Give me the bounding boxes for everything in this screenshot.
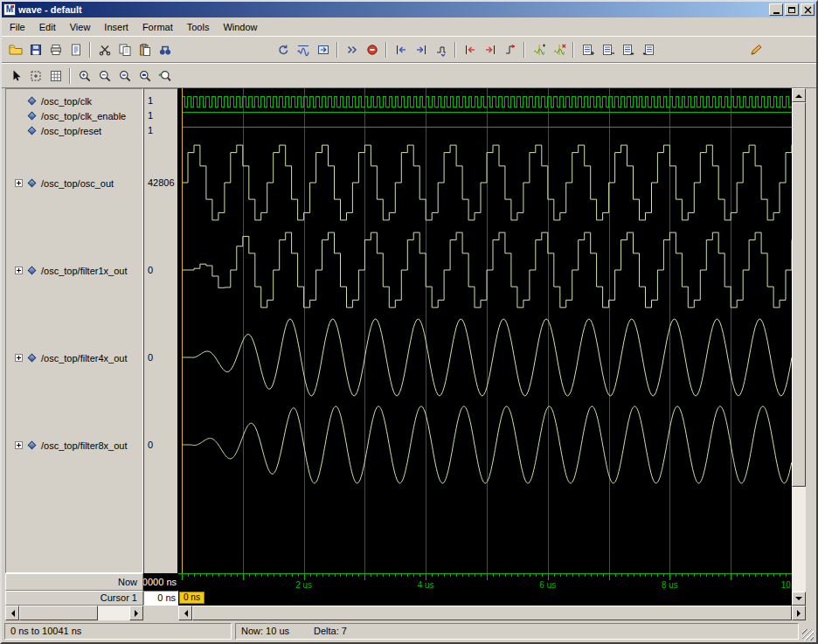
find-event-button[interactable] [431, 40, 451, 59]
scroll-right-button[interactable] [792, 606, 806, 620]
vertical-scroll-thumb[interactable] [792, 102, 806, 487]
find-button[interactable] [155, 40, 175, 59]
find-rising-edge-button[interactable] [500, 40, 520, 59]
write-report-button[interactable] [66, 40, 86, 59]
names-horizontal-scrollbar[interactable] [5, 606, 143, 620]
signal-row[interactable]: /osc_top/filter4x_out [6, 351, 142, 364]
save-format-button[interactable] [25, 40, 45, 59]
signal-row[interactable]: /osc_top/osc_out [6, 177, 142, 190]
horizontal-scroll-thumb[interactable] [19, 606, 98, 620]
close-icon [804, 6, 812, 14]
cursor-label[interactable]: Cursor 1 [5, 591, 143, 606]
scroll-down-button[interactable] [792, 592, 806, 606]
menu-file[interactable]: File [3, 19, 32, 35]
resize-grip[interactable] [802, 629, 814, 641]
floppy-icon [29, 43, 43, 57]
expand-toggle-icon[interactable] [15, 179, 23, 187]
restart-icon [276, 43, 290, 57]
scroll-up-button[interactable] [792, 88, 806, 102]
open-button[interactable] [5, 40, 25, 59]
signal-name[interactable]: /osc_top/reset [41, 126, 101, 136]
signal-row[interactable]: /osc_top/clk_enable [6, 109, 142, 122]
timeline-ticks: 2 us4 us6 us8 us10 us [178, 573, 792, 591]
pan-mode-button[interactable] [45, 66, 66, 86]
scroll-left-button[interactable] [178, 606, 192, 620]
cursor-value: 0 ns [157, 592, 176, 605]
collapse-selected-button[interactable] [638, 40, 658, 59]
close-button[interactable] [801, 3, 815, 16]
paste-button[interactable] [135, 40, 155, 59]
continue-run-button[interactable] [313, 40, 333, 59]
scroll-left-button[interactable] [5, 606, 19, 620]
zoom-cursor-button[interactable] [155, 66, 175, 86]
wave-vertical-scrollbar[interactable] [792, 88, 806, 606]
signal-row[interactable]: /osc_top/filter1x_out [6, 264, 142, 277]
signal-value: 1 [144, 124, 177, 137]
print-button[interactable] [45, 40, 66, 59]
cut-button[interactable] [94, 40, 114, 59]
riseR-icon [503, 43, 517, 57]
menu-edit[interactable]: Edit [32, 19, 63, 35]
wave-display[interactable] [178, 88, 792, 573]
menu-format[interactable]: Format [135, 19, 180, 35]
title-bar[interactable]: wave - default [2, 2, 816, 17]
signal-values-panel[interactable]: 11142806000 [143, 88, 178, 573]
run-button[interactable] [293, 40, 313, 59]
expand-toggle-icon[interactable] [15, 354, 23, 362]
zoom-range-button[interactable] [135, 66, 155, 86]
signal-name[interactable]: /osc_top/filter4x_out [41, 353, 127, 364]
fallR-icon [483, 43, 497, 57]
menu-insert[interactable]: Insert [97, 19, 135, 35]
find-next-edge-button[interactable] [480, 40, 500, 59]
signal-names-panel[interactable]: /osc_top/clk/osc_top/clk_enable/osc_top/… [5, 88, 143, 573]
signal-name[interactable]: /osc_top/filter1x_out [41, 266, 127, 276]
find-next-transition-button[interactable] [411, 40, 431, 59]
cursor-track[interactable]: 0 ns [178, 591, 792, 606]
expand-selected-button[interactable] [618, 40, 638, 59]
menu-tools[interactable]: Tools [180, 19, 217, 35]
scroll-track[interactable] [192, 606, 792, 620]
add-cursor-button[interactable] [529, 40, 549, 59]
signal-name[interactable]: /osc_top/filter8x_out [41, 440, 127, 451]
find-prev-transition-button[interactable] [391, 40, 411, 59]
restart-button[interactable] [273, 40, 293, 59]
scroll-track[interactable] [19, 606, 129, 620]
menu-view[interactable]: View [63, 19, 98, 35]
delete-cursor-button[interactable] [549, 40, 569, 59]
wave-horizontal-scrollbar[interactable] [178, 606, 806, 620]
expand-toggle-icon[interactable] [15, 267, 23, 274]
expand-toggle-icon[interactable] [15, 441, 23, 449]
minimize-button[interactable] [769, 3, 783, 16]
signal-row[interactable]: /osc_top/reset [6, 124, 142, 137]
zoom-in-button[interactable] [74, 66, 94, 86]
select-mode-button[interactable] [5, 66, 25, 86]
menu-window[interactable]: Window [216, 19, 264, 35]
waveform-canvas[interactable] [178, 88, 792, 573]
collapse-all-button[interactable] [598, 40, 618, 59]
cursor-row[interactable]: Cursor 1 0 ns [5, 591, 178, 606]
brk-icon [365, 43, 379, 57]
maximize-button[interactable] [785, 3, 799, 16]
break-button[interactable] [362, 40, 382, 59]
copy-button[interactable] [114, 40, 135, 59]
scroll-right-button[interactable] [129, 606, 143, 620]
find-prev-edge-button[interactable] [460, 40, 480, 59]
zoom-area-mode-button[interactable] [25, 66, 45, 86]
signal-row[interactable]: /osc_top/clk [6, 94, 142, 107]
horizontal-scroll-thumb[interactable] [192, 606, 792, 620]
signal-name[interactable]: /osc_top/clk [41, 96, 92, 107]
zoom-full-button[interactable] [114, 66, 135, 86]
signal-diamond-icon [28, 354, 37, 363]
cursor-time-flag[interactable]: 0 ns [179, 592, 204, 604]
edit-mode-button[interactable] [745, 40, 766, 59]
zoom-out-button[interactable] [94, 66, 114, 86]
status-now: Now: 10 us [241, 624, 289, 639]
signal-name[interactable]: /osc_top/osc_out [41, 178, 114, 189]
toolbar-main [2, 36, 816, 63]
cont-icon [316, 43, 330, 57]
run-all-button[interactable] [342, 40, 362, 59]
signal-name[interactable]: /osc_top/clk_enable [41, 111, 126, 121]
now-value: 10000 ns [143, 573, 177, 591]
expand-all-button[interactable] [578, 40, 598, 59]
signal-row[interactable]: /osc_top/filter8x_out [6, 439, 142, 452]
